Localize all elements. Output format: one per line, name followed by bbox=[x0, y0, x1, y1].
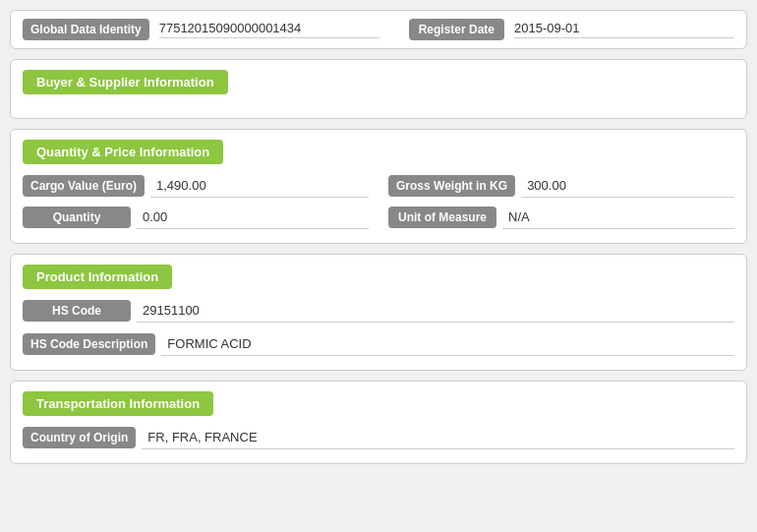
hs-code-value: 29151100 bbox=[137, 299, 734, 323]
quantity-price-header: Quantity & Price Information bbox=[23, 140, 223, 164]
global-data-identity-value: 77512015090000001434 bbox=[159, 21, 379, 38]
unit-of-measure-row: Unit of Measure N/A bbox=[388, 206, 734, 229]
hs-code-row: HS Code 29151100 bbox=[23, 299, 734, 323]
hs-code-desc-row: HS Code Description FORMIC ACID bbox=[23, 332, 734, 356]
cargo-value-value: 1,490.00 bbox=[150, 174, 369, 198]
gross-weight-label: Gross Weight in KG bbox=[388, 175, 515, 197]
gross-weight-value: 300.00 bbox=[521, 174, 734, 198]
product-header: Product Information bbox=[23, 265, 172, 289]
country-of-origin-label: Country of Origin bbox=[23, 427, 136, 448]
quantity-label: Quantity bbox=[23, 207, 131, 228]
register-date-value: 2015-09-01 bbox=[514, 21, 734, 38]
unit-of-measure-value: N/A bbox=[502, 206, 734, 229]
country-of-origin-value: FR, FRA, FRANCE bbox=[142, 426, 734, 449]
identity-bar: Global Data Identity 7751201509000000143… bbox=[10, 10, 747, 49]
quantity-row: Quantity 0.00 bbox=[23, 206, 369, 229]
quantity-price-fields: Cargo Value (Euro) 1,490.00 Gross Weight… bbox=[23, 174, 734, 229]
global-data-identity-label: Global Data Identity bbox=[23, 19, 149, 40]
register-date-label: Register Date bbox=[409, 19, 504, 40]
hs-code-desc-value: FORMIC ACID bbox=[161, 332, 734, 356]
cargo-value-label: Cargo Value (Euro) bbox=[23, 175, 145, 197]
quantity-price-section: Quantity & Price Information Cargo Value… bbox=[10, 129, 747, 244]
hs-code-label: HS Code bbox=[23, 300, 131, 322]
product-section: Product Information HS Code 29151100 HS … bbox=[10, 254, 747, 371]
cargo-value-row: Cargo Value (Euro) 1,490.00 bbox=[23, 174, 369, 198]
page-wrapper: Global Data Identity 7751201509000000143… bbox=[10, 10, 747, 464]
country-of-origin-row: Country of Origin FR, FRA, FRANCE bbox=[23, 426, 734, 449]
gross-weight-row: Gross Weight in KG 300.00 bbox=[388, 174, 734, 198]
buyer-supplier-header: Buyer & Supplier Information bbox=[23, 70, 228, 94]
product-fields: HS Code 29151100 HS Code Description FOR… bbox=[23, 299, 734, 356]
buyer-supplier-section: Buyer & Supplier Information bbox=[10, 59, 747, 119]
transportation-header: Transportation Information bbox=[23, 391, 213, 416]
transportation-section: Transportation Information Country of Or… bbox=[10, 381, 747, 464]
unit-of-measure-label: Unit of Measure bbox=[388, 207, 496, 228]
quantity-value: 0.00 bbox=[137, 206, 369, 229]
hs-code-desc-label: HS Code Description bbox=[23, 333, 155, 355]
